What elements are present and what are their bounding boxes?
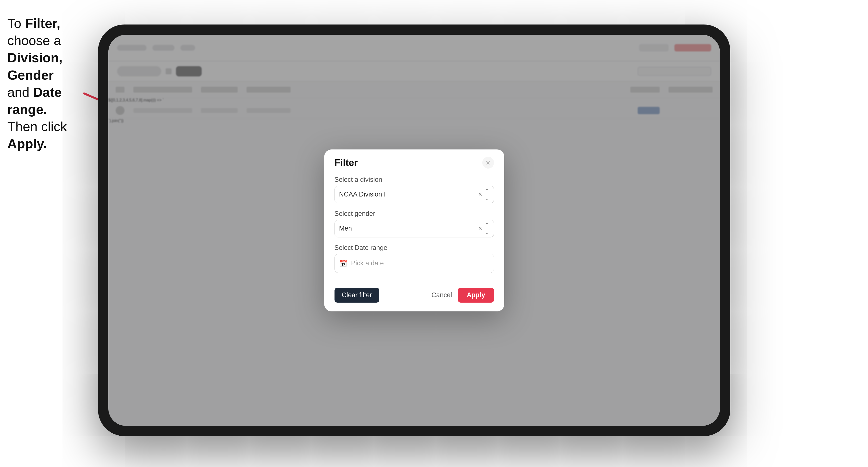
cancel-button[interactable]: Cancel xyxy=(431,291,452,299)
division-label: Select a division xyxy=(335,176,494,184)
division-form-group: Select a division NCAA Division I × ⌃⌄ xyxy=(335,176,494,204)
instruction-bold-date: Date range. xyxy=(7,85,62,117)
close-icon: × xyxy=(486,158,490,167)
division-clear-icon[interactable]: × xyxy=(478,191,482,198)
date-input[interactable]: 📅 Pick a date xyxy=(335,254,494,273)
instruction-bold-filter: Filter, xyxy=(25,16,60,31)
clear-filter-button[interactable]: Clear filter xyxy=(335,288,379,303)
modal-overlay: Filter × Select a division NCAA Division… xyxy=(108,35,720,426)
modal-body: Select a division NCAA Division I × ⌃⌄ xyxy=(324,173,504,283)
modal-close-button[interactable]: × xyxy=(482,157,494,168)
gender-select-controls: × ⌃⌄ xyxy=(478,222,489,236)
instruction-line4: Then click Apply. xyxy=(7,119,67,151)
footer-right-actions: Cancel Apply xyxy=(431,288,494,303)
gender-label: Select gender xyxy=(335,210,494,218)
apply-button[interactable]: Apply xyxy=(458,288,494,303)
instruction-text: To Filter, choose a Division, Gender and… xyxy=(7,15,91,152)
instruction-line3: and Date range. xyxy=(7,85,62,117)
gender-chevron-icon: ⌃⌄ xyxy=(485,222,489,236)
date-label: Select Date range xyxy=(335,244,494,252)
instruction-bold-division-gender: Division, Gender xyxy=(7,50,62,82)
tablet-screen: ${[0,1,2,3,4,5,6,7,8].map((i) => ` `).jo… xyxy=(108,35,720,426)
date-form-group: Select Date range 📅 Pick a date xyxy=(335,244,494,273)
filter-modal: Filter × Select a division NCAA Division… xyxy=(324,150,504,311)
division-select-controls: × ⌃⌄ xyxy=(478,188,489,201)
calendar-icon: 📅 xyxy=(339,259,347,267)
gender-select[interactable]: Men × ⌃⌄ xyxy=(335,220,494,238)
modal-footer: Clear filter Cancel Apply xyxy=(324,283,504,311)
division-chevron-icon: ⌃⌄ xyxy=(485,188,489,201)
instruction-bold-apply: Apply. xyxy=(7,136,47,151)
modal-header: Filter × xyxy=(324,150,504,173)
date-placeholder: Pick a date xyxy=(351,259,384,267)
modal-title: Filter xyxy=(335,157,358,168)
gender-clear-icon[interactable]: × xyxy=(478,225,482,232)
division-value: NCAA Division I xyxy=(339,191,386,198)
gender-value: Men xyxy=(339,225,352,232)
tablet-device: ${[0,1,2,3,4,5,6,7,8].map((i) => ` `).jo… xyxy=(98,25,730,436)
instruction-line1: To Filter, choose a xyxy=(7,16,61,48)
gender-form-group: Select gender Men × ⌃⌄ xyxy=(335,210,494,238)
division-select[interactable]: NCAA Division I × ⌃⌄ xyxy=(335,186,494,204)
